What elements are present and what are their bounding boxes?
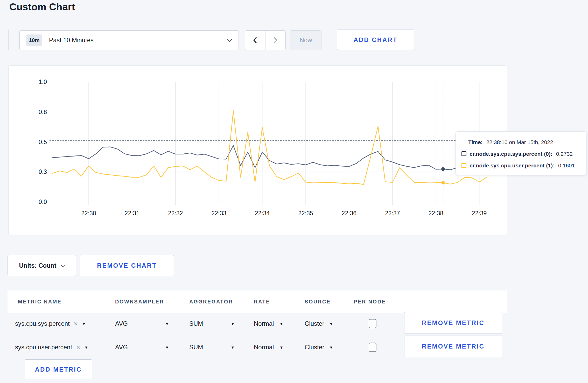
tooltip-time-value: 22:38:10 on Mar 15th, 2022 [486,139,553,145]
per-node-checkbox[interactable] [369,319,376,328]
caret-down-icon: ▼ [82,322,86,326]
metric-name-value: sys.cpu.sys.percent [15,320,70,327]
chevron-left-icon [251,36,259,45]
units-label: Units: Count [19,262,57,269]
metric-row: sys.cpu.sys.percent × ▼ AVG ▼ SUM ▼ Norm… [8,312,507,336]
prev-time-button[interactable] [245,31,265,50]
time-nav-group [245,30,286,50]
time-range-label: Past 10 Minutes [49,37,228,44]
clear-icon[interactable]: × [76,344,80,351]
remove-chart-button[interactable]: REMOVE CHART [80,255,174,276]
caret-down-icon[interactable]: ▼ [329,335,333,359]
source-select[interactable]: Cluster [305,335,324,359]
svg-text:22:35: 22:35 [298,210,313,217]
svg-text:0.0: 0.0 [39,198,47,205]
chevron-right-icon [272,36,279,45]
caret-down-icon[interactable]: ▼ [231,335,235,359]
metrics-table-header: METRIC NAME DOWNSAMPLER AGGREGATOR RATE … [8,290,507,313]
svg-text:1.0: 1.0 [39,79,47,85]
aggregator-select[interactable]: SUM [189,335,203,359]
chevron-down-icon [227,37,232,42]
svg-text:22:33: 22:33 [211,210,226,217]
chart-tooltip: Time: 22:38:10 on Mar 15th, 2022 cr.node… [456,131,587,175]
svg-text:22:38: 22:38 [428,210,443,217]
svg-text:22:31: 22:31 [125,210,140,217]
tooltip-series-value: 0.2732 [556,151,573,157]
caret-down-icon[interactable]: ▼ [231,312,235,336]
svg-text:0.8: 0.8 [39,109,47,115]
chevron-down-icon [61,263,65,267]
svg-text:22:32: 22:32 [168,210,183,217]
add-metric-button[interactable]: ADD METRIC [25,359,92,379]
rate-select[interactable]: Normal [254,335,274,359]
svg-text:22:34: 22:34 [255,210,270,217]
metric-name-select[interactable]: sys.cpu.user.percent × ▼ [15,335,88,359]
tooltip-series-row: cr.node.sys.cpu.sys.percent (0): 0.2732 [456,148,586,160]
column-header-downsampler: DOWNSAMPLER [115,290,164,313]
timeseries-chart[interactable]: 1.00.80.50.30.022:3022:3122:3222:3322:34… [9,66,507,235]
rate-select[interactable]: Normal [254,312,274,336]
column-header-per-node: PER NODE [354,290,386,313]
downsampler-select[interactable]: AVG [115,335,128,359]
svg-text:0.3: 0.3 [39,168,47,175]
svg-text:22:30: 22:30 [81,210,96,217]
add-chart-button[interactable]: ADD CHART [337,30,414,50]
page-title: Custom Chart [9,2,75,13]
units-select[interactable]: Units: Count [8,255,76,276]
tooltip-time-row: Time: 22:38:10 on Mar 15th, 2022 [456,136,586,148]
chart-card: 1.00.80.50.30.022:3022:3122:3222:3322:34… [8,65,507,235]
controls-divider [8,30,9,50]
source-select[interactable]: Cluster [305,312,324,336]
caret-down-icon[interactable]: ▼ [165,335,169,359]
svg-text:22:36: 22:36 [342,210,357,217]
now-button[interactable]: Now [290,30,321,50]
series-swatch-icon [461,163,466,168]
column-header-metric-name: METRIC NAME [18,290,62,313]
downsampler-select[interactable]: AVG [115,312,128,336]
tooltip-series-label: cr.node.sys.cpu.user.percent (1): [470,162,555,169]
caret-down-icon[interactable]: ▼ [329,312,333,336]
svg-text:22:39: 22:39 [472,210,487,217]
remove-metric-button[interactable]: REMOVE METRIC [404,336,502,357]
aggregator-select[interactable]: SUM [189,312,203,336]
tooltip-time-label: Time: [468,139,483,145]
tooltip-series-value: 0.1601 [558,162,575,169]
caret-down-icon: ▼ [84,345,88,349]
caret-down-icon[interactable]: ▼ [165,312,169,336]
series-swatch-icon [461,151,466,156]
clear-icon[interactable]: × [74,320,78,327]
svg-text:0.5: 0.5 [39,139,47,145]
time-range-badge: 10m [26,34,42,46]
column-header-aggregator: AGGREGATOR [189,290,233,313]
metric-name-select[interactable]: sys.cpu.sys.percent × ▼ [15,312,86,336]
caret-down-icon[interactable]: ▼ [279,335,283,359]
metric-name-value: sys.cpu.user.percent [15,344,72,351]
time-range-select[interactable]: 10m Past 10 Minutes [19,30,239,50]
remove-metric-button[interactable]: REMOVE METRIC [404,312,502,334]
per-node-checkbox[interactable] [369,343,376,352]
tooltip-series-row: cr.node.sys.cpu.user.percent (1): 0.1601 [456,160,586,171]
tooltip-series-label: cr.node.sys.cpu.sys.percent (0): [470,151,552,157]
column-header-source: SOURCE [305,290,331,313]
caret-down-icon[interactable]: ▼ [279,312,283,336]
next-time-button[interactable] [265,31,286,50]
column-header-rate: RATE [254,290,270,313]
metric-row: sys.cpu.user.percent × ▼ AVG ▼ SUM ▼ Nor… [8,335,507,359]
svg-text:22:37: 22:37 [385,210,400,217]
